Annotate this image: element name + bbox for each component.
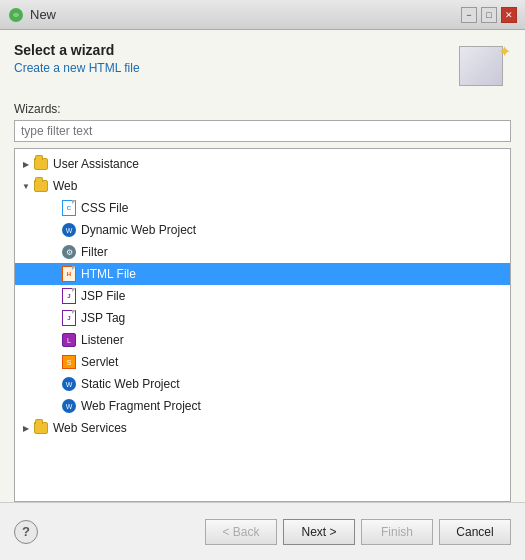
finish-button[interactable]: Finish xyxy=(361,519,433,545)
label-servlet: Servlet xyxy=(81,355,118,369)
html-file-icon: H xyxy=(61,266,77,282)
arrow-user-assistance: ▶ xyxy=(19,157,33,171)
page-title: Select a wizard xyxy=(14,42,140,58)
page-subtitle: Create a new HTML file xyxy=(14,61,140,75)
header-text: Select a wizard Create a new HTML file xyxy=(14,42,140,75)
bottom-area: ? < Back Next > Finish Cancel xyxy=(0,502,525,560)
tree-item-listener[interactable]: ▶ L Listener xyxy=(15,329,510,351)
label-web-services: Web Services xyxy=(53,421,127,435)
back-button[interactable]: < Back xyxy=(205,519,277,545)
label-css-file: CSS File xyxy=(81,201,128,215)
window-title: New xyxy=(30,7,56,22)
help-button[interactable]: ? xyxy=(14,520,38,544)
label-listener: Listener xyxy=(81,333,124,347)
arrow-web: ▼ xyxy=(19,179,33,193)
maximize-button[interactable]: □ xyxy=(481,7,497,23)
arrow-web-services: ▶ xyxy=(19,421,33,435)
tree-item-jsp-file[interactable]: ▶ J JSP File xyxy=(15,285,510,307)
wizard-icon-box xyxy=(459,46,503,86)
tree-item-filter[interactable]: ▶ ⚙ Filter xyxy=(15,241,510,263)
jsp-tag-icon: J xyxy=(61,310,77,326)
web-fragment-icon: W xyxy=(61,398,77,414)
title-bar-controls: − □ ✕ xyxy=(461,7,517,23)
title-bar-left: New xyxy=(8,7,56,23)
tree-item-html-file[interactable]: ▶ H HTML File xyxy=(15,263,510,285)
filter-input[interactable] xyxy=(14,120,511,142)
label-static-web-project: Static Web Project xyxy=(81,377,179,391)
label-filter: Filter xyxy=(81,245,108,259)
minimize-button[interactable]: − xyxy=(461,7,477,23)
dynamic-web-icon: W xyxy=(61,222,77,238)
tree-inner[interactable]: ▶ User Assistance ▼ Web ▶ C CS xyxy=(15,149,510,501)
tree-container: ▶ User Assistance ▼ Web ▶ C CS xyxy=(14,148,511,502)
tree-item-css-file[interactable]: ▶ C CSS File xyxy=(15,197,510,219)
close-button[interactable]: ✕ xyxy=(501,7,517,23)
tree-item-web-services[interactable]: ▶ Web Services xyxy=(15,417,510,439)
tree-item-user-assistance[interactable]: ▶ User Assistance xyxy=(15,153,510,175)
cancel-button[interactable]: Cancel xyxy=(439,519,511,545)
button-group: < Back Next > Finish Cancel xyxy=(205,519,511,545)
app-icon xyxy=(8,7,24,23)
main-content: Select a wizard Create a new HTML file ✦… xyxy=(0,30,525,502)
static-web-icon: W xyxy=(61,376,77,392)
tree-item-jsp-tag[interactable]: ▶ J JSP Tag xyxy=(15,307,510,329)
tree-item-web[interactable]: ▼ Web xyxy=(15,175,510,197)
servlet-icon: S xyxy=(61,354,77,370)
filter-icon: ⚙ xyxy=(61,244,77,260)
wizards-label: Wizards: xyxy=(14,102,511,116)
label-html-file: HTML File xyxy=(81,267,136,281)
tree-item-dynamic-web-project[interactable]: ▶ W Dynamic Web Project xyxy=(15,219,510,241)
tree-item-web-fragment-project[interactable]: ▶ W Web Fragment Project xyxy=(15,395,510,417)
listener-icon: L xyxy=(61,332,77,348)
label-user-assistance: User Assistance xyxy=(53,157,139,171)
folder-icon-web xyxy=(33,178,49,194)
label-dynamic-web-project: Dynamic Web Project xyxy=(81,223,196,237)
tree-item-static-web-project[interactable]: ▶ W Static Web Project xyxy=(15,373,510,395)
folder-icon-web-services xyxy=(33,420,49,436)
jsp-file-icon: J xyxy=(61,288,77,304)
label-jsp-file: JSP File xyxy=(81,289,125,303)
tree-item-servlet[interactable]: ▶ S Servlet xyxy=(15,351,510,373)
label-web: Web xyxy=(53,179,77,193)
header-section: Select a wizard Create a new HTML file ✦ xyxy=(14,42,511,90)
title-bar: New − □ ✕ xyxy=(0,0,525,30)
filter-container xyxy=(14,120,511,142)
label-web-fragment-project: Web Fragment Project xyxy=(81,399,201,413)
header-icon: ✦ xyxy=(459,42,511,90)
sparkle-icon: ✦ xyxy=(498,42,511,61)
css-file-icon: C xyxy=(61,200,77,216)
label-jsp-tag: JSP Tag xyxy=(81,311,125,325)
next-button[interactable]: Next > xyxy=(283,519,355,545)
folder-icon-user-assistance xyxy=(33,156,49,172)
